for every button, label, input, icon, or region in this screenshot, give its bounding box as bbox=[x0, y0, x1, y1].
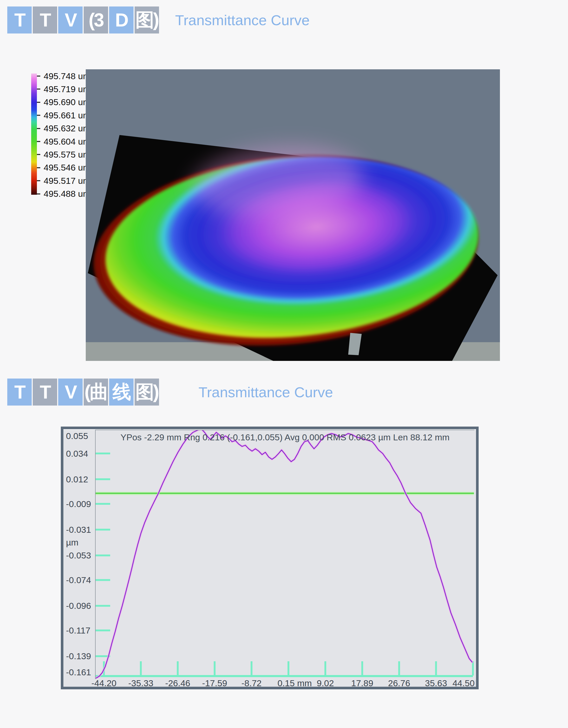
title-block: T bbox=[7, 379, 32, 406]
legend-tick bbox=[37, 154, 40, 155]
surface-legend-colorbar bbox=[31, 73, 37, 195]
axis-tick bbox=[435, 661, 437, 676]
legend-tick bbox=[37, 115, 40, 116]
axis-tick bbox=[251, 661, 252, 676]
axis-tick bbox=[472, 661, 474, 676]
axis-tick bbox=[288, 661, 290, 676]
title-block: T bbox=[33, 379, 57, 406]
title-block: V bbox=[58, 379, 83, 406]
profile-curve bbox=[96, 430, 472, 678]
axis-tick bbox=[96, 630, 110, 631]
x-tick-label: -17.59 bbox=[202, 678, 227, 688]
x-tick-label: -26.46 bbox=[165, 678, 190, 688]
axis-tick bbox=[214, 661, 216, 676]
axis-tick bbox=[96, 529, 110, 530]
legend-tick bbox=[37, 180, 40, 181]
axis-tick bbox=[96, 478, 110, 480]
legend-row: 495.748 um bbox=[37, 71, 90, 81]
profile-chart: 0.0550.0340.012-0.009-0.031-0.053-0.074-… bbox=[61, 427, 479, 689]
legend-label: 495.748 um bbox=[44, 71, 90, 81]
legend-tick bbox=[37, 76, 40, 77]
legend-tick bbox=[37, 128, 40, 129]
y-axis-unit: µm bbox=[66, 537, 78, 548]
x-tick-label: 9.02 bbox=[317, 678, 334, 688]
axis-tick bbox=[96, 453, 110, 454]
title-block: V bbox=[58, 6, 83, 33]
y-tick-label: 0.034 bbox=[66, 448, 88, 459]
axis-tick bbox=[96, 503, 110, 505]
x-tick-label: -35.33 bbox=[128, 678, 153, 688]
title-block: 图) bbox=[135, 6, 159, 33]
y-tick-label: 0.012 bbox=[66, 474, 88, 484]
legend-row: 495.604 um bbox=[37, 136, 90, 147]
legend-label: 495.719 um bbox=[44, 84, 90, 94]
x-tick-label: 44.50 bbox=[452, 678, 475, 688]
axis-tick bbox=[177, 661, 179, 676]
y-tick-label: 0.055 bbox=[66, 431, 88, 441]
legend-label: 495.517 um bbox=[44, 176, 90, 186]
legend-tick bbox=[37, 193, 40, 194]
title-block: D bbox=[109, 6, 133, 33]
plot-panel: YPos -2.29 mm Rng 0.216 (-0.161,0.055) A… bbox=[95, 430, 475, 679]
title-block: (曲 bbox=[84, 379, 108, 406]
title-blocks-profile: TTV(曲线图) bbox=[7, 379, 159, 406]
axis-tick bbox=[96, 579, 110, 581]
profile-curve-svg bbox=[96, 430, 474, 679]
section-profile-title: TTV(曲线图) Transmittance Curve bbox=[7, 379, 333, 406]
legend-tick bbox=[37, 102, 40, 103]
legend-label: 495.661 um bbox=[44, 110, 90, 120]
y-tick-label: -0.031 bbox=[66, 524, 91, 535]
y-tick-label: -0.009 bbox=[66, 499, 91, 509]
title-block: 线 bbox=[109, 379, 133, 406]
title-blocks-3d: TTV(3D图) bbox=[7, 6, 159, 33]
y-tick-label: -0.117 bbox=[66, 625, 90, 636]
legend-tick bbox=[37, 167, 40, 168]
axis-tick bbox=[325, 661, 326, 676]
y-tick-label: -0.053 bbox=[66, 550, 91, 561]
legend-label: 495.604 um bbox=[44, 137, 90, 147]
y-tick-label: -0.139 bbox=[66, 651, 91, 661]
legend-row: 495.575 um bbox=[37, 149, 90, 160]
title-block: (3 bbox=[84, 6, 108, 33]
legend-row: 495.661 um bbox=[37, 110, 90, 120]
surface-plot-svg bbox=[86, 69, 500, 361]
legend-row: 495.488 um bbox=[37, 189, 90, 199]
title-block: 图) bbox=[135, 379, 159, 406]
legend-label: 495.488 um bbox=[44, 189, 90, 199]
plot-header-stats: YPos -2.29 mm Rng 0.216 (-0.161,0.055) A… bbox=[120, 432, 450, 442]
axis-tick bbox=[362, 661, 363, 676]
y-tick-label: -0.074 bbox=[66, 575, 91, 585]
page: TTV(3D图) Transmittance Curve bbox=[0, 0, 568, 728]
profile-curve bbox=[96, 430, 472, 678]
legend-row: 495.690 um bbox=[37, 97, 90, 107]
x-tick-label: 0.15 mm bbox=[277, 678, 312, 688]
legend-tick bbox=[37, 141, 40, 142]
legend-row: 495.632 um bbox=[37, 123, 90, 134]
x-axis-baseline bbox=[96, 675, 473, 677]
x-tick-label: -8.72 bbox=[241, 678, 262, 688]
axis-tick bbox=[140, 661, 142, 676]
axis-tick bbox=[398, 661, 400, 676]
surface-plot bbox=[86, 69, 500, 361]
x-tick-label: -44.20 bbox=[91, 678, 116, 688]
x-tick-label: 35.63 bbox=[425, 678, 447, 688]
axis-tick bbox=[96, 555, 110, 556]
legend-row: 495.719 um bbox=[37, 84, 90, 94]
y-tick-label: -0.161 bbox=[66, 667, 91, 677]
axis-tick bbox=[96, 605, 110, 607]
section-profile-subtitle: Transmittance Curve bbox=[198, 384, 333, 401]
profile-curve bbox=[96, 430, 472, 678]
section-3d-title: TTV(3D图) Transmittance Curve bbox=[7, 6, 310, 33]
title-block: T bbox=[33, 6, 57, 33]
legend-label: 495.546 um bbox=[44, 163, 90, 173]
section-3d-subtitle: Transmittance Curve bbox=[175, 12, 310, 29]
legend-label: 495.632 um bbox=[44, 123, 90, 133]
title-block: T bbox=[7, 6, 32, 33]
legend-tick bbox=[37, 89, 40, 90]
legend-label: 495.690 um bbox=[44, 97, 90, 107]
y-tick-label: -0.096 bbox=[66, 601, 91, 611]
zero-line bbox=[96, 493, 474, 494]
legend-row: 495.546 um bbox=[37, 163, 90, 173]
x-tick-label: 17.89 bbox=[351, 678, 373, 688]
legend-label: 495.575 um bbox=[44, 150, 90, 160]
